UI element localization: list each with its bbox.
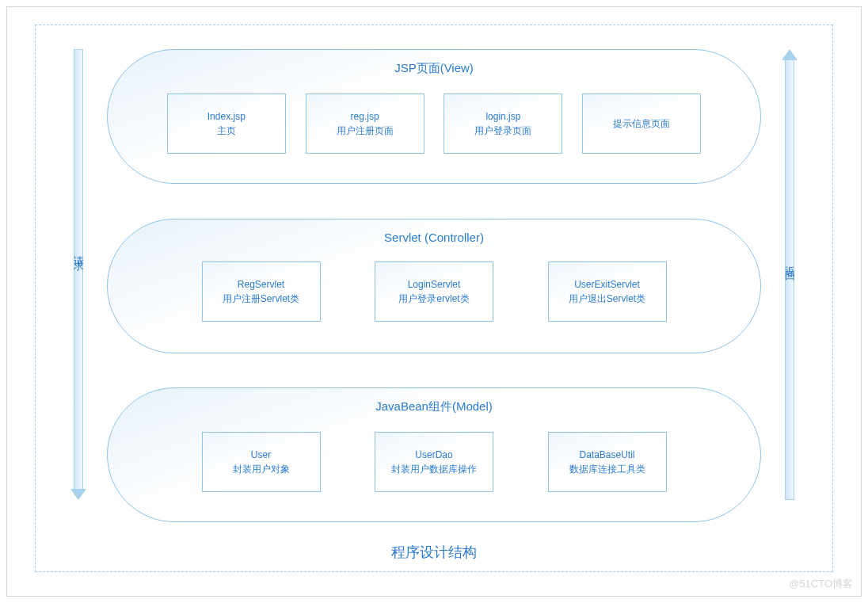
layer-controller-boxes: RegServlet用户注册Servlet类 LoginServlet用户登录e…	[155, 261, 713, 322]
box-login-jsp: login.jsp用户登录页面	[444, 94, 562, 154]
box-databaseutil: DataBaseUtil数据库连接工具类	[548, 432, 667, 492]
diagram-frame: 请求 返回 JSP页面(View) Index.jsp主页 reg.jsp用户注…	[35, 25, 833, 572]
box-userexit-servlet: UserExitServlet用户退出Servlet类	[548, 261, 667, 322]
layer-view-title: JSP页面(View)	[394, 61, 474, 76]
layer-model-title: JavaBean组件(Model)	[375, 399, 493, 414]
box-tip-page: 提示信息页面	[582, 94, 701, 154]
arrow-up-icon	[782, 49, 798, 60]
request-arrow: 请求	[72, 49, 85, 500]
return-arrow-label: 返回	[782, 258, 797, 267]
arrow-shaft: 请求	[74, 49, 83, 489]
layer-controller: Servlet (Controller) RegServlet用户注册Servl…	[107, 219, 761, 353]
request-arrow-label: 请求	[71, 247, 86, 257]
watermark: @51CTO博客	[789, 577, 853, 591]
layer-controller-title: Servlet (Controller)	[384, 231, 484, 244]
box-index-jsp: Index.jsp主页	[167, 94, 286, 154]
arrow-shaft: 返回	[785, 60, 794, 500]
box-login-servlet: LoginServlet用户登录ervlet类	[375, 261, 493, 322]
box-reg-servlet: RegServlet用户注册Servlet类	[202, 261, 321, 322]
return-arrow: 返回	[783, 49, 796, 500]
layer-view-boxes: Index.jsp主页 reg.jsp用户注册页面 login.jsp用户登录页…	[155, 94, 713, 154]
box-userdao: UserDao封装用户数据库操作	[375, 432, 493, 492]
diagram-footer-title: 程序设计结构	[36, 543, 832, 562]
layer-model: JavaBean组件(Model) User封装用户对象 UserDao封装用户…	[107, 387, 761, 522]
layers-stack: JSP页面(View) Index.jsp主页 reg.jsp用户注册页面 lo…	[107, 49, 761, 522]
box-user: User封装用户对象	[202, 432, 321, 492]
layer-model-boxes: User封装用户对象 UserDao封装用户数据库操作 DataBaseUtil…	[155, 432, 713, 492]
arrow-down-icon	[70, 489, 86, 500]
layer-view: JSP页面(View) Index.jsp主页 reg.jsp用户注册页面 lo…	[107, 49, 761, 184]
outer-frame: 请求 返回 JSP页面(View) Index.jsp主页 reg.jsp用户注…	[6, 6, 862, 597]
box-reg-jsp: reg.jsp用户注册页面	[306, 94, 424, 154]
